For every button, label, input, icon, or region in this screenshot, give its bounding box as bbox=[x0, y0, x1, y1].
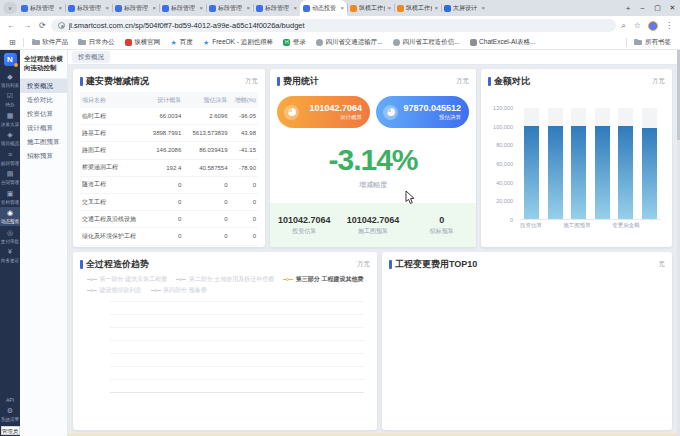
sidebar-item-section[interactable]: ≡标段管理 bbox=[0, 148, 20, 168]
submenu-item[interactable]: 招标预算 bbox=[20, 149, 67, 163]
table-row: 交叉工程000 bbox=[80, 193, 258, 210]
sidebar-item-visa[interactable]: ¥商务签证 bbox=[0, 246, 20, 266]
sidebar-item-settings[interactable]: ⚙ 系统设置 bbox=[0, 405, 20, 425]
browser-tab[interactable]: 标段管理× bbox=[65, 0, 112, 16]
tab-close-icon[interactable]: × bbox=[105, 5, 109, 11]
panel-title-bar bbox=[488, 77, 491, 86]
minimize-icon[interactable]: – bbox=[635, 0, 650, 16]
legend-item[interactable]: 第四部分 预备费 bbox=[151, 286, 207, 295]
cell-pct: 0 bbox=[230, 193, 259, 210]
module-submenu: 全过程造价横向连动控制 投资概况造价对比投资估算设计概算施工图预算招标预算 bbox=[20, 50, 68, 436]
zoom-icon[interactable]: ⌕ bbox=[618, 21, 628, 31]
tab-close-icon[interactable]: × bbox=[434, 5, 438, 11]
bookmark-item[interactable]: 纵横官网 bbox=[120, 38, 166, 47]
back-icon[interactable]: ← bbox=[4, 21, 18, 30]
cell-final: 2.6096 bbox=[183, 108, 229, 125]
tab-close-icon[interactable]: × bbox=[246, 5, 250, 11]
browser-menu-icon[interactable]: ⋮ bbox=[662, 21, 676, 30]
bookmark-item[interactable]: 四川省工程造价信... bbox=[388, 38, 465, 47]
sidebar-item-label: 标段管理 bbox=[1, 160, 19, 166]
column-header: 设计概算 bbox=[144, 92, 183, 108]
green-icon: H bbox=[283, 39, 290, 46]
sidebar-item-pay[interactable]: ◎支付审批 bbox=[0, 226, 20, 246]
bookmark-item[interactable]: 四川省交通运输厅... bbox=[311, 38, 388, 47]
column-header: 增幅(%) bbox=[230, 92, 259, 108]
tab-close-icon[interactable]: × bbox=[293, 5, 297, 11]
sidebar-item-list[interactable]: ◆项目列表 bbox=[0, 70, 20, 90]
profile-avatar[interactable] bbox=[648, 21, 658, 31]
legend-item[interactable]: 第三部分 工程建设其他费 bbox=[283, 275, 363, 284]
site-info-icon[interactable] bbox=[58, 22, 65, 29]
browser-tab[interactable]: 标段管理× bbox=[159, 0, 206, 16]
legend-label: 第二部分 土地使用及拆迁补偿费 bbox=[189, 275, 275, 284]
url-text[interactable]: jl.smartcost.com.cn/sp/504f0ff7-bd59-401… bbox=[69, 21, 305, 30]
legend-item[interactable]: 建设期贷款利息 bbox=[87, 286, 142, 295]
legend-item[interactable]: 第一部分 建筑安装工程费 bbox=[87, 275, 167, 284]
submenu-item[interactable]: 投资估算 bbox=[20, 107, 67, 121]
forward-icon[interactable]: → bbox=[20, 21, 34, 30]
legend-item[interactable]: 第二部分 土地使用及拆迁补偿费 bbox=[176, 275, 274, 284]
browser-tab[interactable]: 大屏设计× bbox=[441, 0, 488, 16]
close-icon[interactable]: ✕ bbox=[665, 0, 680, 16]
browser-tab[interactable]: 纵横工作台× bbox=[394, 0, 441, 16]
browser-tab[interactable]: 标段管理× bbox=[112, 0, 159, 16]
new-tab-button[interactable]: + bbox=[621, 1, 635, 16]
submenu-item[interactable]: 造价对比 bbox=[20, 93, 67, 107]
all-bookmarks-button[interactable]: 所有书签 bbox=[630, 38, 675, 47]
address-bar[interactable]: jl.smartcost.com.cn/sp/504f0ff7-bd59-401… bbox=[51, 19, 617, 32]
cell-final: 86.039419 bbox=[183, 142, 229, 159]
contract-icon: ▤ bbox=[7, 170, 14, 178]
stat-investment-estimate: 101042.7064 投资估算 bbox=[270, 203, 339, 247]
bookmark-item[interactable]: 日常办公 bbox=[73, 38, 120, 47]
bookmark-item[interactable]: ★百度 bbox=[165, 38, 198, 47]
browser-tab[interactable]: 动态投资× bbox=[300, 0, 347, 16]
tab-close-icon[interactable]: × bbox=[199, 5, 203, 11]
sidebar-item-contract[interactable]: ▤合同管理 bbox=[0, 168, 20, 188]
bookmark-star-icon[interactable]: ☆ bbox=[631, 21, 644, 30]
submenu-item[interactable]: 施工图预算 bbox=[20, 135, 67, 149]
bookmark-item[interactable]: ★FreeOK - 追剧也很棒 bbox=[198, 38, 279, 47]
tab-label: 标段管理 bbox=[30, 4, 56, 13]
admin-chip[interactable]: 管理员 bbox=[1, 426, 20, 435]
web-page: N ◆项目列表☑待办▦决策大屏◈项目概况≡标段管理▤合同管理▣资料管理◉动态投资… bbox=[0, 50, 680, 436]
all-bookmarks-label: 所有书签 bbox=[645, 38, 671, 47]
browser-tab[interactable]: 标段管理× bbox=[253, 0, 300, 16]
tab-close-icon[interactable]: × bbox=[58, 5, 62, 11]
sidebar-item-screen[interactable]: ▦决策大屏 bbox=[0, 109, 20, 129]
app-logo[interactable]: N bbox=[4, 53, 17, 66]
submenu-item[interactable]: 投资概况 bbox=[20, 79, 67, 93]
tab-favicon bbox=[162, 5, 169, 12]
change-percent-label: 增减幅度 bbox=[277, 180, 469, 190]
browser-tab[interactable]: 纵横工作台× bbox=[347, 0, 394, 16]
column-header: 预估决算 bbox=[183, 92, 229, 108]
tab-investment-overview[interactable]: 投资概况 bbox=[72, 51, 110, 63]
browser-tabs: 标段管理×标段管理×标段管理×标段管理×标段管理×标段管理×动态投资×纵横工作台… bbox=[18, 0, 621, 16]
browser-tab[interactable]: 标段管理× bbox=[206, 0, 253, 16]
panel-header: 建安费增减情况 万元 bbox=[80, 75, 258, 88]
tab-close-icon[interactable]: × bbox=[387, 5, 391, 11]
sidebar-item-todo[interactable]: ☑待办 bbox=[0, 90, 20, 110]
folder-icon bbox=[78, 40, 86, 45]
apps-grid-icon[interactable]: ⊞ bbox=[5, 38, 20, 47]
tab-search-icon[interactable]: v bbox=[3, 2, 17, 14]
tab-favicon bbox=[68, 5, 75, 12]
sidebar-item-files[interactable]: ▣资料管理 bbox=[0, 187, 20, 207]
bookmark-item[interactable]: H登录 bbox=[278, 38, 311, 47]
bookmark-item[interactable]: ChatExcel-AI表格... bbox=[465, 38, 541, 47]
tab-close-icon[interactable]: × bbox=[152, 5, 156, 11]
cell-pct: 0 bbox=[230, 211, 259, 228]
sidebar-item-overview[interactable]: ◈项目概况 bbox=[0, 129, 20, 149]
maximize-icon[interactable]: ▢ bbox=[650, 0, 665, 16]
submenu-item[interactable]: 设计概算 bbox=[20, 121, 67, 135]
sidebar-item-invest[interactable]: ◉动态投资 bbox=[0, 207, 20, 227]
stat-label: 施工图预算 bbox=[358, 227, 388, 236]
final-estimate-pill: 97870.045512 预估决算 bbox=[376, 96, 469, 128]
tab-close-icon[interactable]: × bbox=[340, 5, 344, 11]
api-label[interactable]: API bbox=[6, 397, 14, 403]
tab-label: 标段管理 bbox=[265, 4, 291, 13]
browser-tab[interactable]: 标段管理× bbox=[18, 0, 65, 16]
tab-close-icon[interactable]: × bbox=[481, 5, 485, 11]
reload-icon[interactable]: ⟳ bbox=[36, 21, 49, 30]
bookmark-item[interactable]: 软件产品 bbox=[27, 38, 74, 47]
browser-tab-strip: v 标段管理×标段管理×标段管理×标段管理×标段管理×标段管理×动态投资×纵横工… bbox=[0, 0, 680, 16]
